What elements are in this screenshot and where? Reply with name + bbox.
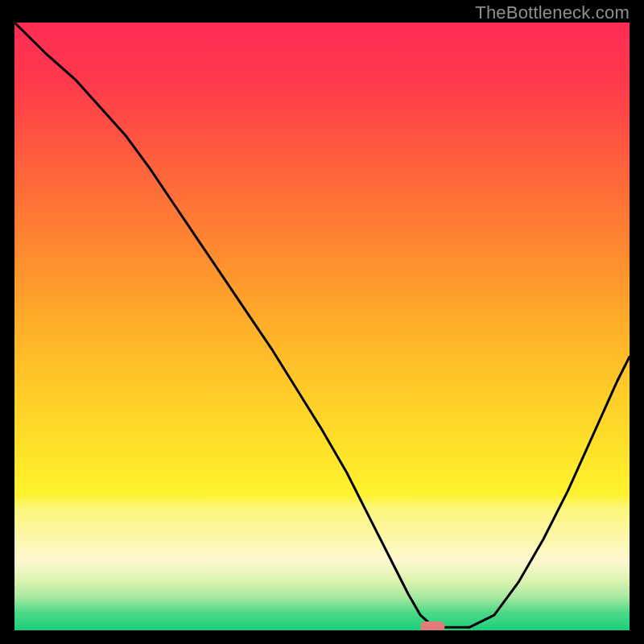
chart-frame: TheBottleneck.com xyxy=(0,0,644,644)
chart-svg xyxy=(14,23,630,630)
chart-plot-area xyxy=(14,23,630,630)
watermark-text: TheBottleneck.com xyxy=(475,2,630,23)
optimum-marker xyxy=(421,621,445,630)
